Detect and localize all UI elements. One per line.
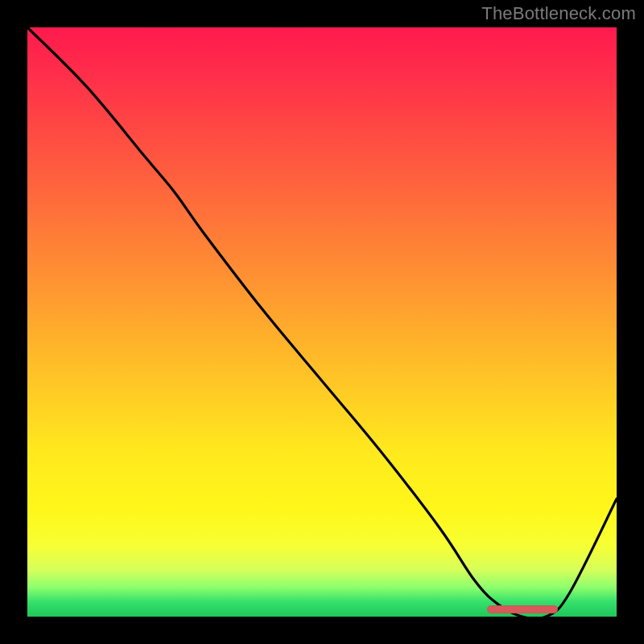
bottleneck-curve bbox=[27, 27, 617, 619]
curve-layer bbox=[27, 27, 617, 617]
chart-frame: TheBottleneck.com bbox=[0, 0, 644, 644]
plot-area bbox=[27, 27, 617, 617]
optimal-range-marker bbox=[487, 605, 558, 613]
watermark-text: TheBottleneck.com bbox=[481, 3, 636, 24]
